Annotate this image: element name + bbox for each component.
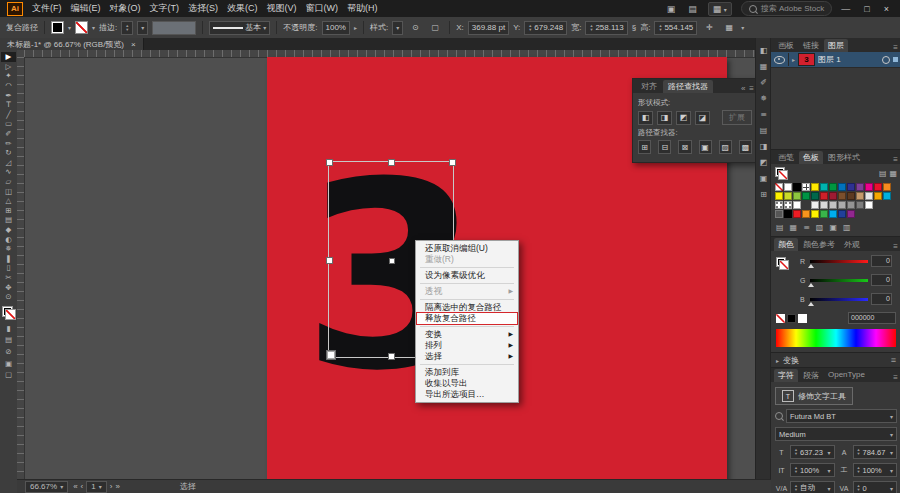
swatch[interactable] bbox=[838, 192, 846, 200]
exclude-icon[interactable]: ◪ bbox=[695, 111, 710, 125]
unite-icon[interactable]: ◧ bbox=[638, 111, 653, 125]
swatch-libraries-icon[interactable]: ▤ bbox=[776, 223, 784, 232]
panel-menu-icon[interactable]: ≡ bbox=[893, 43, 898, 52]
menu-item[interactable]: 文字(T) bbox=[150, 2, 180, 15]
first-artboard-icon[interactable]: « bbox=[73, 482, 77, 491]
blend-tool[interactable]: ◐ bbox=[1, 234, 16, 244]
context-menu-item[interactable]: 导出所选项目… bbox=[417, 389, 517, 400]
list-view-icon[interactable]: ▤ bbox=[879, 169, 887, 178]
stroke-color-swatch[interactable] bbox=[75, 21, 88, 34]
swatch[interactable] bbox=[802, 183, 810, 191]
scale-tool[interactable]: ◿ bbox=[1, 158, 16, 168]
y-field[interactable]: ▲▼679.248 bbox=[524, 21, 567, 35]
slider-knob[interactable] bbox=[808, 283, 814, 287]
swatch[interactable] bbox=[811, 183, 819, 191]
panel-tab[interactable]: 图形样式 bbox=[824, 151, 864, 164]
symbol-sprayer-tool[interactable]: ✵ bbox=[1, 244, 16, 254]
screen-mode-icon[interactable]: ▢ bbox=[1, 370, 16, 380]
swatch[interactable] bbox=[838, 210, 846, 218]
new-swatch-icon[interactable]: ▣ bbox=[829, 223, 837, 232]
context-menu-item[interactable]: 透视 ▶ bbox=[417, 286, 517, 297]
minimize-button[interactable]: — bbox=[841, 4, 850, 14]
hex-value-field[interactable]: 000000 bbox=[848, 312, 896, 324]
swatch[interactable] bbox=[856, 183, 864, 191]
swatch[interactable] bbox=[820, 192, 828, 200]
swatch[interactable] bbox=[829, 201, 837, 209]
tracking-field[interactable]: ▲▼ 0 ▾ bbox=[853, 481, 898, 493]
last-artboard-icon[interactable]: » bbox=[115, 482, 119, 491]
maximize-button[interactable]: □ bbox=[864, 4, 869, 14]
swatch-kinds-icon[interactable]: ▦ bbox=[790, 223, 798, 232]
layout-icon[interactable]: ▤ bbox=[686, 4, 699, 14]
merge-icon[interactable]: ⊠ bbox=[678, 140, 691, 154]
minus-back-icon[interactable]: ▩ bbox=[739, 140, 752, 154]
stroke-proxy-swatch[interactable] bbox=[5, 309, 16, 320]
context-menu-item[interactable]: 变换 ▶ bbox=[417, 329, 517, 340]
panel-tab[interactable]: 链接 bbox=[799, 39, 823, 52]
selection-handle[interactable] bbox=[326, 159, 333, 166]
color-slider-track[interactable] bbox=[810, 298, 868, 301]
menu-item[interactable]: 效果(C) bbox=[227, 2, 258, 15]
new-color-group-icon[interactable]: ▧ bbox=[816, 223, 824, 232]
x-field[interactable]: 369.88 pt bbox=[468, 21, 509, 35]
panel-tab[interactable]: 画板 bbox=[774, 39, 798, 52]
swatch[interactable] bbox=[793, 192, 801, 200]
selection-handle[interactable] bbox=[388, 159, 395, 166]
swatch[interactable] bbox=[775, 183, 783, 191]
panel-tab[interactable]: 画笔 bbox=[774, 151, 798, 164]
panel-tab[interactable]: 颜色参考 bbox=[799, 238, 839, 251]
share-icon[interactable]: ▣ bbox=[665, 4, 678, 14]
menu-item[interactable]: 选择(S) bbox=[188, 2, 218, 15]
slider-knob[interactable] bbox=[808, 264, 814, 268]
panel-menu-icon[interactable]: ≡ bbox=[893, 155, 898, 164]
panel-tab[interactable]: 外观 bbox=[840, 238, 864, 251]
panel-menu-icon[interactable]: ≡ bbox=[893, 373, 898, 382]
swatch[interactable] bbox=[874, 183, 882, 191]
crop-icon[interactable]: ▣ bbox=[699, 140, 712, 154]
swatch[interactable] bbox=[784, 201, 792, 209]
swatch[interactable] bbox=[838, 201, 846, 209]
direct-selection-tool[interactable]: ▷ bbox=[1, 62, 16, 72]
context-menu-item[interactable]: 收集以导出 bbox=[417, 378, 517, 389]
transform-more-icon[interactable]: ✛ bbox=[701, 20, 717, 35]
close-tab-icon[interactable]: × bbox=[131, 40, 136, 49]
swatch[interactable] bbox=[793, 210, 801, 218]
symbols-panel-icon[interactable]: ✵ bbox=[760, 94, 767, 103]
white-swatch[interactable] bbox=[798, 314, 807, 323]
document-tab[interactable]: 未标题-1* @ 66.67% (RGB/预览) × bbox=[0, 38, 144, 50]
style-dropdown[interactable]: ▾ bbox=[392, 21, 403, 35]
grid-view-icon[interactable]: ▦ bbox=[889, 169, 897, 178]
vertical-ruler[interactable] bbox=[17, 57, 25, 480]
free-transform-tool[interactable]: ▱ bbox=[1, 177, 16, 187]
context-menu-item[interactable]: 重做(R) bbox=[417, 254, 517, 265]
width-tool[interactable]: ∿ bbox=[1, 167, 16, 177]
panel-tab[interactable]: 颜色 bbox=[774, 238, 798, 251]
color-slider-track[interactable] bbox=[810, 279, 868, 282]
transform-panel-header[interactable]: ▸ 变换 ≡ bbox=[771, 353, 900, 368]
stroke-panel-icon[interactable]: ≡ bbox=[760, 110, 767, 119]
height-field[interactable]: ▲▼554.145 bbox=[654, 21, 697, 35]
context-menu-item[interactable]: 添加到库 bbox=[417, 367, 517, 378]
swatch[interactable] bbox=[883, 192, 891, 200]
black-swatch[interactable] bbox=[787, 314, 796, 323]
context-menu-item[interactable]: 还原取消编组(U) bbox=[417, 243, 517, 254]
swatch[interactable] bbox=[784, 183, 792, 191]
rotate-tool[interactable]: ↻ bbox=[1, 148, 16, 158]
panel-menu-icon[interactable]: ≡ bbox=[893, 242, 898, 251]
swatch[interactable] bbox=[847, 183, 855, 191]
gradient-panel-icon[interactable]: ▤ bbox=[760, 126, 768, 135]
links-panel-icon[interactable]: ⊞ bbox=[760, 190, 767, 199]
panel-tab[interactable]: 色板 bbox=[799, 151, 823, 164]
panel-tab[interactable]: 段落 bbox=[799, 369, 823, 382]
swatch[interactable] bbox=[838, 183, 846, 191]
swatch[interactable] bbox=[847, 192, 855, 200]
swatch[interactable] bbox=[811, 201, 819, 209]
fill-stroke-proxy[interactable] bbox=[2, 306, 16, 320]
mesh-tool[interactable]: ⊞ bbox=[1, 206, 16, 216]
none-mode-icon[interactable]: ⊘ bbox=[1, 347, 16, 357]
swatch[interactable] bbox=[847, 201, 855, 209]
chevron-down-icon[interactable]: ▾ bbox=[68, 24, 71, 31]
context-menu-item[interactable]: 排列 ▶ bbox=[417, 340, 517, 351]
stroke-width-stepper[interactable]: ▲▼ bbox=[121, 21, 133, 35]
swatches-panel-icon[interactable]: ▦ bbox=[760, 62, 768, 71]
